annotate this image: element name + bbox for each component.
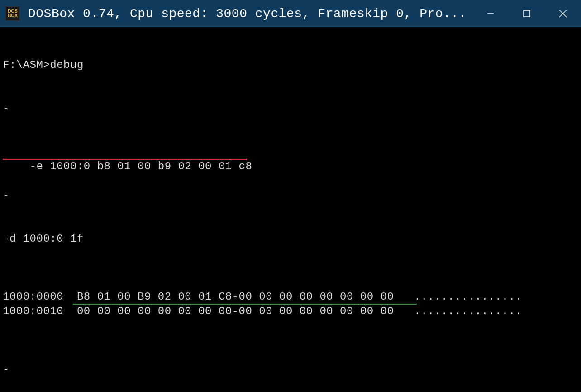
blank-line: - [3,188,578,203]
blank-line: - [3,362,578,377]
maximize-button[interactable] [509,0,545,27]
close-icon [558,9,568,19]
memory-dump-row: 1000:0010 00 00 00 00 00 00 00 00-00 00 … [3,304,578,319]
maximize-icon [523,10,531,18]
blank-line: - [3,101,578,116]
window-controls [472,0,581,27]
minimize-icon [486,9,495,18]
minimize-button[interactable] [472,0,509,27]
e-command-line: -e 1000:0 b8 01 00 b9 02 00 01 c8 [3,145,578,159]
window-title: DOSBox 0.74, Cpu speed: 3000 cycles, Fra… [28,7,472,21]
dosbox-icon: DOS BOX [5,6,20,21]
prompt-line: F:\ASM>debug [3,58,578,72]
red-underline [3,159,247,160]
svg-rect-1 [524,10,530,17]
terminal-output[interactable]: F:\ASM>debug - -e 1000:0 b8 01 00 b9 02 … [0,27,581,392]
close-button[interactable] [545,0,581,27]
memory-dump-row: 1000:0000 B8 01 00 B9 02 00 01 C8-00 00 … [3,290,578,304]
e-command-text: -e 1000:0 b8 01 00 b9 02 00 01 c8 [30,160,252,172]
d-command-line: -d 1000:0 1f [3,232,578,246]
titlebar: DOS BOX DOSBox 0.74, Cpu speed: 3000 cyc… [0,0,581,27]
icon-text-bottom: BOX [8,14,18,18]
